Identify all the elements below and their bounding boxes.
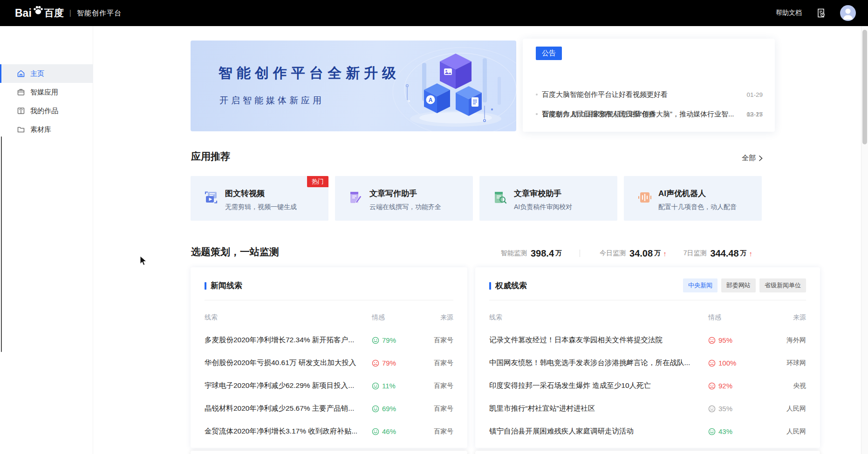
brand-divider: |	[69, 9, 71, 17]
baidu-logo-cn: 百度	[44, 7, 64, 20]
app-card-title: 图文转视频	[225, 188, 265, 199]
column-sentiment: 情感	[708, 313, 769, 322]
column-sentiment: 情感	[372, 313, 416, 322]
panel-title-bar	[205, 282, 206, 290]
folder-icon	[17, 125, 25, 134]
sentiment-face-icon	[372, 359, 379, 367]
sidebar-item-apps[interactable]: 智媒应用	[0, 83, 93, 102]
sentiment-face-icon	[708, 359, 716, 367]
monitor-section-heading: 选题策划，一站监测	[191, 245, 279, 258]
divider	[205, 300, 453, 300]
page-scrollbar[interactable]	[861, 26, 868, 454]
column-source: 来源	[769, 313, 806, 322]
clue-source: 海外网	[769, 336, 806, 345]
tab-provincial-news[interactable]: 省级新闻单位	[759, 278, 806, 292]
clue-title[interactable]: 凯里市推行“村社宜站”进村进社区	[489, 404, 708, 413]
app-card-voice[interactable]: AI声优机器人 配置十几项音色，动人配音	[624, 176, 762, 221]
table-row[interactable]: 华创股份2020年亏损40.61万 研发支出加大投入 79% 百家号	[191, 352, 467, 374]
scrollbar-thumb[interactable]	[862, 30, 867, 144]
app-card-review[interactable]: 文章审校助手 AI负责稿件审阅校对	[479, 176, 617, 221]
works-icon	[17, 107, 25, 115]
clue-source: 人民网	[769, 427, 806, 436]
clue-title[interactable]: 镇宁自治县开展困难残疾人家庭调研走访活动	[489, 427, 708, 436]
hero-banner[interactable]: A 智能创作平台全新升级 开启智能媒体新应用	[191, 41, 516, 131]
stat-label: 智能监测	[501, 249, 527, 257]
column-source: 来源	[416, 313, 453, 322]
clue-title[interactable]: 金贸流体2020年净利增长3.17% 收到政府补贴...	[205, 427, 372, 436]
table-row[interactable]: 凯里市推行“村社宜站”进村进社区 35% 人民网	[475, 397, 820, 420]
stat-label: 今日监测	[600, 249, 626, 257]
sidebar-item-label: 主页	[30, 69, 44, 78]
clue-title[interactable]: 宇球电子2020年净利减少62.29% 新项目投入...	[205, 381, 372, 391]
app-card-title: 文章写作助手	[369, 188, 417, 199]
table-row[interactable]: 记录文件篡改经过！日本森友学园相关文件将提交法院 95% 海外网	[475, 329, 820, 352]
sentiment-percent: 35%	[718, 405, 732, 413]
app-card-desc: AI负责稿件审阅校对	[514, 203, 572, 211]
user-avatar[interactable]	[840, 5, 856, 21]
sentiment-face-icon	[372, 382, 379, 390]
banner-subtitle: 开启智能媒体新应用	[219, 95, 324, 107]
product-name: 智能创作平台	[77, 9, 122, 18]
announcement-text[interactable]: 百度助力人民日报发布人民日报“创作大脑”，推动媒体行业智...	[542, 110, 738, 119]
news-clues-panel: 新闻线索 线索 情感 来源 多麦股份2020年净利增长72.34% 新开拓客户.…	[191, 267, 467, 448]
sentiment-cell: 79%	[372, 359, 416, 367]
table-body: 多麦股份2020年净利增长72.34% 新开拓客户... 79% 百家号 华创股…	[191, 329, 467, 443]
panel-title: 权威线索	[495, 280, 527, 291]
sentiment-cell: 69%	[372, 405, 416, 413]
table-row[interactable]: 宇球电子2020年净利减少62.29% 新项目投入... 11% 百家号	[191, 374, 467, 397]
clue-source: 百家号	[416, 336, 453, 345]
table-body: 记录文件篡改经过！日本森友学园相关文件将提交法院 95% 海外网 中国网友愤怒！…	[475, 329, 820, 443]
tab-ministry-sites[interactable]: 部委网站	[721, 278, 756, 292]
up-arrow-icon: ↑	[749, 250, 753, 257]
sidebar-item-works[interactable]: 我的作品	[0, 102, 93, 120]
clue-title[interactable]: 晶锐材料2020年净利减少25.67% 主要产品销...	[205, 404, 372, 413]
baidu-logo[interactable]: Bai 百度 | 智能创作平台	[15, 7, 122, 20]
sentiment-percent: 46%	[382, 427, 396, 435]
stat-label: 7日监测	[683, 249, 707, 257]
sentiment-cell: 92%	[708, 382, 769, 390]
panel-title: 新闻线索	[211, 280, 242, 291]
sidebar-item-label: 素材库	[30, 125, 51, 134]
table-row[interactable]: 印度安得拉邦一采石场发生爆炸 造成至少10人死亡 92% 央视	[475, 374, 820, 397]
sidebar-item-label: 智媒应用	[30, 88, 58, 97]
panel-title-bar	[489, 282, 491, 290]
announcement-item[interactable]: 百度助力人民日报发布人民日报“创作大脑”，推动媒体行业智... 12-27	[536, 109, 763, 119]
mouse-cursor	[140, 256, 148, 266]
top-bar: Bai 百度 | 智能创作平台 帮助文档	[0, 0, 868, 26]
authority-clues-panel: 权威线索 中央新闻 部委网站 省级新闻单位 线索 情感 来源 记录文件篡改经过！…	[475, 267, 820, 448]
sidebar-item-home[interactable]: 主页	[0, 64, 93, 83]
video-icon	[204, 190, 219, 207]
clue-title[interactable]: 华创股份2020年亏损40.61万 研发支出加大投入	[205, 358, 372, 368]
table-row[interactable]: 镇宁自治县开展困难残疾人家庭调研走访活动 43% 人民网	[475, 420, 820, 443]
history-doc-icon[interactable]	[816, 8, 826, 18]
sentiment-cell: 35%	[708, 405, 769, 413]
clue-title[interactable]: 记录文件篡改经过！日本森友学园相关文件将提交法院	[489, 335, 708, 345]
app-card-video[interactable]: 热门 图文转视频 无需剪辑，视频一键生成	[191, 176, 328, 221]
announcement-text[interactable]: 百度大脑智能创作平台让好看视频更好看	[542, 90, 738, 99]
sentiment-percent: 69%	[382, 405, 396, 413]
monitor-stats: 智能监测 398.4 万 今日监测 34.08 万 ↑ 7日监测 344.48 …	[501, 247, 766, 260]
table-row[interactable]: 晶锐材料2020年净利减少25.67% 主要产品销... 69% 百家号	[191, 397, 467, 420]
table-row[interactable]: 多麦股份2020年净利增长72.34% 新开拓客户... 79% 百家号	[191, 329, 467, 352]
table-row[interactable]: 金贸流体2020年净利增长3.17% 收到政府补贴... 46% 百家号	[191, 420, 467, 443]
source-tabs: 中央新闻 部委网站 省级新闻单位	[683, 278, 806, 292]
banner-title: 智能创作平台全新升级	[219, 64, 400, 83]
home-icon	[17, 69, 25, 78]
writing-icon	[348, 190, 363, 207]
up-arrow-icon: ↑	[663, 250, 667, 257]
sentiment-percent: 79%	[382, 336, 396, 344]
view-all-link[interactable]: 全部	[742, 154, 763, 163]
sidebar-item-materials[interactable]: 素材库	[0, 120, 93, 139]
sentiment-face-icon	[708, 382, 716, 390]
sentiment-cell: 43%	[708, 427, 769, 435]
tab-central-news[interactable]: 中央新闻	[683, 278, 718, 292]
stat-value: 34.08	[629, 248, 653, 259]
clue-title[interactable]: 多麦股份2020年净利增长72.34% 新开拓客户...	[205, 335, 372, 345]
clue-title[interactable]: 中国网友愤怒！韩电竞选手发表涉台涉港挑衅言论，所在战队...	[489, 358, 708, 368]
clue-title[interactable]: 印度安得拉邦一采石场发生爆炸 造成至少10人死亡	[489, 381, 708, 391]
help-docs-link[interactable]: 帮助文档	[776, 9, 802, 17]
sidebar-scrollbar[interactable]	[1, 136, 2, 352]
announcement-item[interactable]: 百度大脑智能创作平台让好看视频更好看 01-29	[536, 90, 763, 99]
table-row[interactable]: 中国网友愤怒！韩电竞选手发表涉台涉港挑衅言论，所在战队... 100% 环球网	[475, 352, 820, 374]
app-card-writing[interactable]: 文章写作助手 云端在线撰写，功能齐全	[335, 176, 473, 221]
